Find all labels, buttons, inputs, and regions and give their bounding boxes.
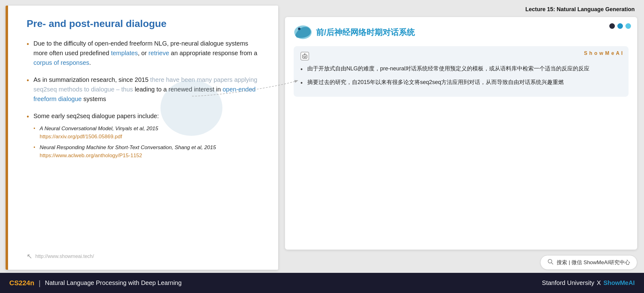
footer-x-symbol: X	[597, 279, 601, 286]
footer-url: http://www.showmeai.tech/	[35, 254, 94, 259]
bullet-item-1: Due to the difficulty of open-ended free…	[27, 39, 263, 68]
svg-point-1	[298, 28, 300, 30]
search-bar-container: 搜索 | 微信 ShowMeAI研究中心	[285, 255, 637, 270]
dot-dark	[609, 23, 615, 29]
footer-subtitle: Natural Language Processing with Deep Le…	[45, 279, 182, 286]
svg-rect-2	[303, 55, 307, 58]
sub-bullet-list: A Neural Conversational Model, Vinyals e…	[33, 125, 263, 160]
svg-point-4	[305, 56, 306, 57]
corpus-text: corpus of responses	[33, 59, 89, 66]
robot-icon	[300, 52, 309, 60]
bullet1-text: Due to the difficulty of open-ended free…	[33, 40, 257, 66]
lecture-header: Lecture 15: Natural Language Generation	[285, 6, 637, 13]
left-slide-panel: Pre- and post-neural dialogue Due to the…	[6, 6, 278, 270]
slide-footer: ↖ http://www.showmeai.tech/	[27, 246, 263, 260]
svg-point-6	[304, 53, 305, 54]
bullet2-text: As in summarization research, since 2015…	[33, 76, 257, 102]
footer-right: Stanford University X ShowMeAI	[542, 279, 635, 286]
sub-bullet-1: A Neural Conversational Model, Vinyals e…	[33, 125, 263, 141]
footer-bar: CS224n | Natural Language Processing wit…	[0, 273, 644, 293]
footer-divider: |	[39, 279, 41, 287]
bullet-item-3: Some early seq2seq dialogue papers inclu…	[27, 111, 263, 160]
footer-left: CS224n | Natural Language Processing wit…	[9, 279, 182, 287]
paper1-title: A Neural Conversational Model	[40, 126, 112, 131]
annotation-box: S h o w M e A I 由于开放式自由NLG的难度，pre-neural…	[294, 46, 629, 97]
retrieve-link[interactable]: retrieve	[148, 50, 169, 56]
paper2-authors: , Shang et al, 2015	[172, 144, 216, 150]
templates-link[interactable]: templates	[111, 50, 138, 56]
paper2-link[interactable]: https://www.aclweb.org/anthology/P15-115…	[40, 152, 263, 160]
chinese-slide: 前/后神经网络时期对话系统 S h o w M e A I 由于开	[285, 17, 637, 250]
paper1-authors: , Vinyals et al, 2015	[112, 126, 158, 131]
cursor-icon: ↖	[27, 252, 32, 260]
chinese-header: 前/后神经网络时期对话系统	[294, 24, 629, 40]
footer-course: CS224n	[9, 279, 34, 287]
showmeai-logo	[294, 24, 312, 40]
chinese-bullet-1: 由于开放式自由NLG的难度，pre-neural对话系统经常使用预定义的模板，或…	[300, 64, 622, 73]
right-panel: Lecture 15: Natural Language Generation …	[284, 6, 638, 270]
svg-point-3	[304, 56, 304, 57]
search-text: 搜索 | 微信 ShowMeAI研究中心	[557, 259, 630, 266]
footer-university: Stanford University	[542, 279, 594, 286]
slide-title: Pre- and post-neural dialogue	[27, 18, 263, 29]
chinese-bullet-list: 由于开放式自由NLG的难度，pre-neural对话系统经常使用预定义的模板，或…	[300, 64, 622, 87]
chinese-title: 前/后神经网络时期对话系统	[316, 27, 415, 38]
bullet3-text: Some early seq2seq dialogue papers inclu…	[33, 113, 159, 119]
main-bullet-list: Due to the difficulty of open-ended free…	[27, 39, 263, 167]
paper1-link[interactable]: https://arxiv.org/pdf/1506.05869.pdf	[40, 133, 263, 141]
footer-brand: ShowMeAI	[603, 279, 635, 286]
dots-row	[609, 23, 631, 29]
dot-blue	[617, 23, 623, 29]
bullet-item-2: As in summarization research, since 2015…	[27, 75, 263, 104]
search-input-box[interactable]: 搜索 | 微信 ShowMeAI研究中心	[540, 255, 637, 270]
showmeai-badge: S h o w M e A I	[584, 51, 623, 56]
search-icon	[547, 259, 554, 266]
svg-point-8	[548, 260, 552, 263]
svg-line-9	[552, 263, 553, 264]
chinese-bullet-2: 摘要过去的研究，自2015年以来有很多论文将seq2seq方法应用到对话，从而导…	[300, 78, 622, 87]
dot-light	[625, 23, 631, 29]
sub-bullet-2: Neural Responding Machine for Short-Text…	[33, 144, 263, 160]
paper2-title: Neural Responding Machine for Short-Text…	[40, 144, 172, 150]
